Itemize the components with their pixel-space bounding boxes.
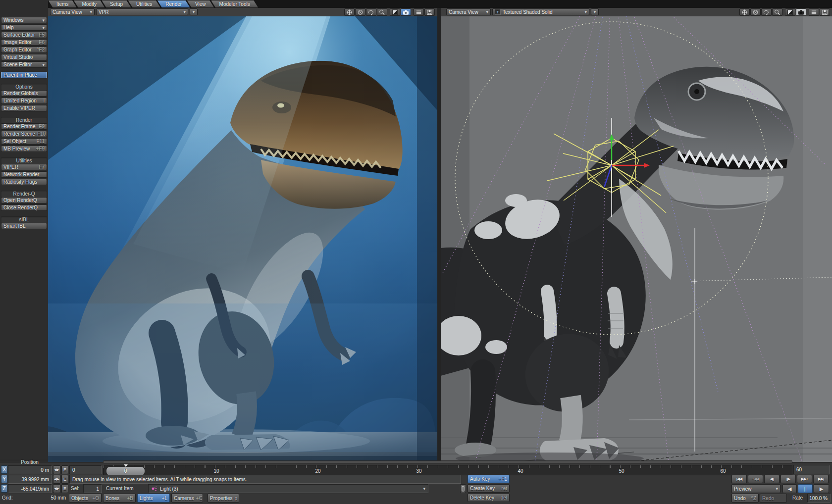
zoom-icon[interactable] bbox=[772, 8, 782, 16]
render-globals-button[interactable]: Render Globals bbox=[1, 90, 47, 97]
right-mode-extra-dropdown[interactable]: ▾ bbox=[591, 8, 599, 15]
x-nudge-arrows-icon[interactable]: ◀▶ bbox=[53, 465, 60, 474]
virtual-studio-button[interactable]: Virtual Studio bbox=[1, 54, 47, 60]
help-menu[interactable]: Help▾ bbox=[1, 24, 47, 31]
end-frame-field[interactable]: 60 bbox=[793, 465, 830, 474]
tab-items[interactable]: Items bbox=[48, 0, 77, 8]
save-icon[interactable] bbox=[424, 8, 435, 16]
preview-dropdown[interactable]: Preview▾ bbox=[731, 484, 780, 493]
right-view-type-dropdown[interactable]: Camera View ▾ bbox=[446, 8, 491, 15]
go-to-start-button[interactable]: |◀◀ bbox=[731, 475, 747, 483]
right-shade-band bbox=[803, 16, 832, 462]
surface-editor-button[interactable]: Surface EditorF5 bbox=[1, 32, 47, 38]
right-render-mode-label: Textured Shaded Solid bbox=[503, 9, 553, 15]
sibl-section-header: sIBL bbox=[1, 216, 47, 223]
zoom-icon[interactable] bbox=[377, 8, 387, 16]
tab-view[interactable]: View bbox=[187, 0, 214, 8]
y-axis-chip[interactable]: Y bbox=[1, 475, 7, 483]
timeline-ruler[interactable]: 10 20 30 40 50 60 0 bbox=[103, 465, 792, 475]
sel-object-button[interactable]: Sel ObjectF11 bbox=[1, 138, 47, 145]
mb-preview-button[interactable]: MB Preview+F9 bbox=[1, 146, 47, 152]
menu-icon[interactable] bbox=[414, 8, 424, 16]
viper-button[interactable]: VIPERF7 bbox=[1, 164, 47, 170]
auto-key-button[interactable]: Auto Key+F1 bbox=[468, 475, 510, 483]
pause-button[interactable]: || bbox=[798, 484, 813, 493]
rate-value-field[interactable]: 100.0 % bbox=[807, 494, 831, 503]
z-axis-chip[interactable]: Z bbox=[1, 484, 7, 493]
pan-icon[interactable] bbox=[739, 8, 750, 16]
cameras-button[interactable]: Cameras+C bbox=[171, 494, 203, 503]
network-render-button[interactable]: Network Render bbox=[1, 171, 47, 178]
maximize-icon[interactable] bbox=[390, 8, 400, 16]
tab-setup[interactable]: Setup bbox=[102, 0, 131, 8]
pan-icon[interactable] bbox=[344, 8, 355, 16]
close-renderq-button[interactable]: Close RenderQ bbox=[1, 204, 47, 211]
water-haze bbox=[48, 303, 437, 452]
limited-region-button[interactable]: Limited Regionl bbox=[1, 98, 47, 104]
x-position-field[interactable]: 0 m bbox=[8, 465, 52, 474]
properties-button[interactable]: Propertiesp bbox=[208, 494, 239, 503]
x-axis-chip[interactable]: X bbox=[1, 465, 7, 474]
step-forward-button[interactable]: ||▶ bbox=[780, 475, 796, 483]
utilities-section-header: Utilities bbox=[1, 157, 47, 164]
maximize-icon[interactable] bbox=[785, 8, 795, 16]
orbit-icon[interactable] bbox=[366, 8, 376, 16]
parent-in-place-button[interactable]: Parent in Place bbox=[1, 72, 47, 78]
enable-viper-button[interactable]: Enable VIPER bbox=[1, 105, 47, 111]
redo-button[interactable]: Redo bbox=[760, 494, 787, 503]
left-view-type-dropdown[interactable]: Camera View ▾ bbox=[50, 8, 95, 15]
previous-keyframe-button[interactable]: +◀◀ bbox=[748, 475, 763, 483]
left-viewport-vpr[interactable] bbox=[48, 16, 437, 462]
right-render-mode-dropdown[interactable]: T Textured Shaded Solid ▾ bbox=[492, 8, 589, 15]
tab-render[interactable]: Render bbox=[157, 0, 190, 8]
y-envelope-button[interactable]: E bbox=[61, 475, 68, 484]
rotate-icon[interactable] bbox=[355, 8, 365, 16]
current-item-dropdown[interactable]: Light (3) ▾ bbox=[148, 484, 428, 493]
play-reverse-button[interactable]: ◀ bbox=[782, 484, 797, 493]
create-key-button[interactable]: Create Keyret bbox=[468, 484, 510, 493]
right-viewport-opengl[interactable] bbox=[441, 16, 832, 462]
objects-button[interactable]: Objects+O bbox=[69, 494, 102, 503]
orbit-icon[interactable] bbox=[761, 8, 772, 16]
timeline-scrollbar[interactable] bbox=[103, 460, 792, 463]
graph-editor-button[interactable]: Graph Editor^F2 bbox=[1, 47, 47, 53]
y-position-field[interactable]: 39.9992 mm bbox=[8, 475, 52, 484]
rotate-icon[interactable] bbox=[750, 8, 761, 16]
left-mode-extra-dropdown[interactable]: ▾ bbox=[190, 8, 198, 15]
bones-button[interactable]: Bones+B bbox=[103, 494, 136, 503]
x-envelope-button[interactable]: E bbox=[61, 465, 68, 474]
dropdown-arrow-icon: ▾ bbox=[584, 9, 587, 14]
keyframe-toggle-icon[interactable] bbox=[460, 484, 466, 493]
render-scene-button[interactable]: Render SceneF10 bbox=[1, 131, 47, 137]
camera-icon[interactable] bbox=[796, 8, 806, 16]
undo-button[interactable]: Undo^Z bbox=[731, 494, 759, 503]
dropdown-arrow-icon: ▾ bbox=[90, 9, 92, 14]
delete-key-button[interactable]: Delete Keydel bbox=[468, 494, 510, 502]
z-envelope-button[interactable]: E bbox=[61, 484, 68, 493]
tab-utilities[interactable]: Utilities bbox=[128, 0, 160, 8]
bottom-panel: Position 10 20 30 40 50 60 0 60 X 0 m ◀▶… bbox=[0, 462, 832, 504]
save-icon[interactable] bbox=[820, 8, 830, 16]
open-renderq-button[interactable]: Open RenderQ bbox=[1, 197, 47, 203]
scene-editor-dropdown[interactable]: Scene Editor▾ bbox=[1, 61, 47, 68]
viewport-divider[interactable] bbox=[437, 8, 441, 462]
step-back-button[interactable]: ◀|| bbox=[764, 475, 780, 483]
current-frame-field[interactable]: 0 bbox=[69, 465, 102, 474]
camera-icon[interactable] bbox=[401, 8, 411, 16]
smart-ibl-button[interactable]: Smart IBL bbox=[1, 223, 47, 229]
lights-button[interactable]: Lights+L bbox=[137, 494, 170, 503]
next-keyframe-button[interactable]: ▶▶+ bbox=[797, 475, 812, 483]
go-to-end-button[interactable]: ▶▶| bbox=[813, 475, 829, 483]
image-editor-button[interactable]: Image EditorF6 bbox=[1, 39, 47, 46]
left-render-mode-dropdown[interactable]: VPR ▾ bbox=[96, 8, 188, 15]
menu-icon[interactable] bbox=[809, 8, 819, 16]
render-frame-button[interactable]: Render FrameF9 bbox=[1, 123, 47, 130]
tab-modify[interactable]: Modify bbox=[73, 0, 104, 8]
tab-modeler-tools[interactable]: Modeler Tools bbox=[211, 0, 259, 8]
windows-menu[interactable]: Windows▾ bbox=[1, 17, 47, 23]
z-position-field[interactable]: -65.0419mm bbox=[8, 484, 52, 493]
play-forward-button[interactable]: ▶ bbox=[814, 484, 829, 493]
radiosity-flags-button[interactable]: Radiosity Flags bbox=[1, 179, 47, 185]
z-nudge-arrows-icon[interactable]: ◀▶ bbox=[53, 484, 60, 493]
y-nudge-arrows-icon[interactable]: ◀▶ bbox=[53, 475, 60, 484]
